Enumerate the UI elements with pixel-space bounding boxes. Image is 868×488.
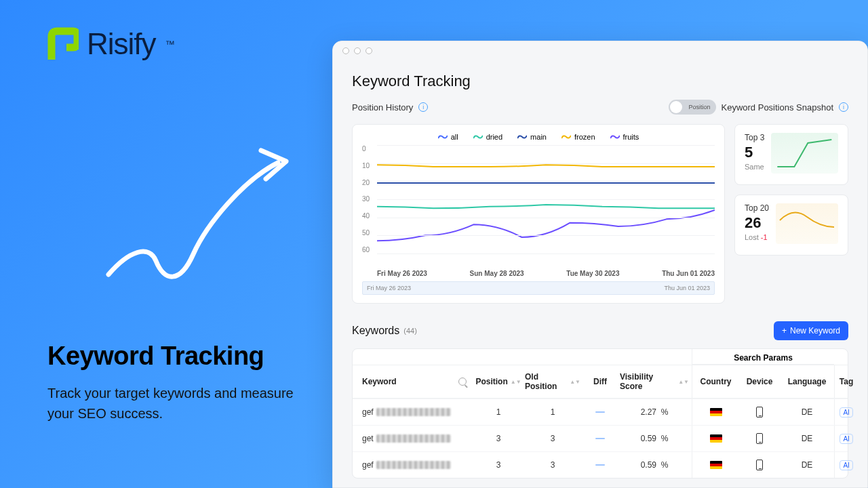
position-history-chart: alldriedmainfrozenfruits 0102030405060 F… [352, 124, 725, 304]
col-tag[interactable]: Tag [834, 365, 858, 398]
cell-language: DE [780, 399, 834, 425]
decorative-arrow-icon [88, 142, 298, 294]
snapshot-card-top3: Top 3 5 Same [734, 124, 848, 185]
legend-item[interactable]: dried [473, 133, 502, 141]
cell-tag: Al [834, 426, 858, 451]
tag-pill[interactable]: Al [840, 460, 854, 470]
page-title: Keyword Tracking [352, 73, 848, 90]
cell-old-position: 1 [522, 399, 583, 425]
snapshot-card-top20: Top 20 26 Lost -1 [734, 195, 848, 256]
brush-end: Thu Jun 01 2023 [664, 285, 710, 291]
card-sub: Lost -1 [745, 233, 769, 241]
position-toggle[interactable]: Position [669, 100, 716, 115]
col-device[interactable]: Device [739, 365, 780, 398]
table-row[interactable]: gef 1 1 2.27 % DE Al [353, 399, 848, 425]
toggle-label: Position [688, 104, 710, 110]
new-keyword-label: New Keyword [790, 326, 840, 336]
position-history-label: Position History [352, 102, 413, 113]
app-window: Keyword Tracking Position History i Posi… [332, 41, 868, 488]
brand-name: Risify [87, 27, 156, 61]
cell-diff [583, 426, 617, 451]
legend-item[interactable]: fruits [610, 133, 639, 141]
mobile-icon [756, 460, 763, 470]
card-value: 5 [745, 144, 764, 161]
cell-device [739, 426, 780, 451]
info-icon[interactable]: i [839, 102, 848, 112]
hero-title: Keyword Tracking [47, 342, 298, 371]
cell-diff [583, 399, 617, 425]
legend-item[interactable]: frozen [561, 133, 595, 141]
col-language[interactable]: Language [780, 365, 834, 398]
keywords-table: Search Params Keyword Position▲▼ Old Pos… [352, 348, 848, 479]
sparkline-icon [771, 133, 838, 174]
cell-country [692, 452, 739, 478]
mobile-icon [756, 433, 763, 444]
new-keyword-button[interactable]: + New Keyword [774, 321, 848, 340]
flag-de-icon [710, 461, 722, 469]
card-value: 26 [745, 214, 769, 232]
cell-old-position: 3 [522, 426, 583, 451]
brand-logo: Risify ™ [47, 27, 298, 61]
sparkline-icon [776, 203, 838, 244]
keywords-section-title: Keywords [352, 325, 399, 337]
cell-country [692, 426, 739, 451]
card-label: Top 3 [745, 133, 764, 142]
flag-de-icon [710, 408, 722, 416]
sort-icon: ▲▼ [570, 380, 580, 384]
table-row[interactable]: gef 3 3 0.59 % DE Al [353, 451, 848, 478]
cell-language: DE [780, 426, 834, 451]
window-close-icon[interactable] [342, 47, 349, 54]
mobile-icon [756, 407, 763, 418]
legend-item[interactable]: all [438, 133, 458, 141]
flag-de-icon [710, 434, 722, 443]
risify-logo-icon [47, 27, 79, 61]
cell-tag: Al [834, 399, 858, 425]
cell-language: DE [780, 452, 834, 478]
cell-keyword: gef [353, 452, 475, 478]
window-max-icon[interactable] [366, 47, 372, 54]
card-sub: Same [745, 163, 764, 171]
chart-brush[interactable]: Fri May 26 2023 Thu Jun 01 2023 [362, 281, 715, 295]
plus-icon: + [782, 326, 787, 336]
col-diff[interactable]: Diff [583, 365, 617, 398]
cell-diff [583, 452, 617, 478]
cell-device [739, 399, 780, 425]
col-country[interactable]: Country [692, 365, 739, 398]
window-min-icon[interactable] [354, 47, 361, 54]
cell-tag: Al [834, 452, 858, 478]
tag-pill[interactable]: Al [840, 407, 854, 418]
cell-old-position: 3 [522, 452, 583, 478]
card-label: Top 20 [745, 203, 769, 213]
info-icon[interactable]: i [418, 102, 428, 112]
sort-icon: ▲▼ [678, 380, 689, 384]
brush-start: Fri May 26 2023 [367, 285, 411, 291]
search-icon[interactable] [458, 378, 467, 386]
cell-position: 3 [475, 452, 522, 478]
cell-device [739, 452, 780, 478]
tag-pill[interactable]: Al [840, 434, 854, 444]
cell-visibility: 2.27 % [617, 399, 692, 425]
cell-keyword: get [353, 426, 475, 451]
cell-keyword: gef [353, 399, 475, 425]
sort-icon: ▲▼ [511, 380, 521, 384]
cell-position: 1 [475, 399, 522, 425]
keywords-count: (44) [403, 327, 417, 335]
col-position[interactable]: Position▲▼ [475, 365, 522, 398]
col-visibility[interactable]: Visibility Score▲▼ [617, 365, 692, 398]
brand-tm: ™ [165, 39, 175, 49]
cell-visibility: 0.59 % [617, 426, 692, 451]
legend-item[interactable]: main [517, 133, 547, 141]
col-keyword[interactable]: Keyword [353, 365, 475, 398]
hero-subtitle: Track your target keywords and measure y… [47, 383, 298, 424]
window-controls [333, 41, 867, 60]
col-old-position[interactable]: Old Position▲▼ [522, 365, 583, 398]
cell-position: 3 [475, 426, 522, 451]
table-row[interactable]: get 3 3 0.59 % DE Al [353, 425, 848, 451]
snapshot-label: Keyword Positions Snapshot [722, 102, 833, 113]
cell-visibility: 0.59 % [617, 452, 692, 478]
cell-country [692, 399, 739, 425]
col-group-search-params: Search Params [692, 349, 834, 365]
